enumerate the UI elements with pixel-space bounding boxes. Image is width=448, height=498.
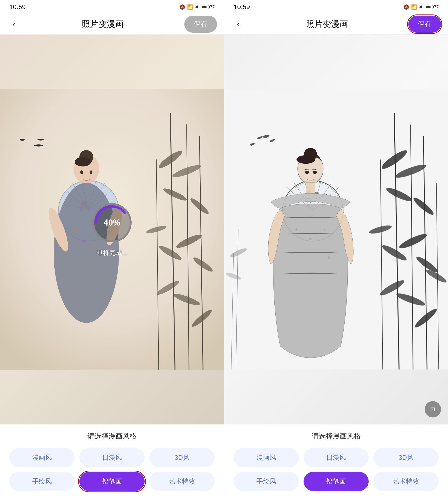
right-mute-icon: 🔕 <box>403 4 409 10</box>
left-nav-bar: ‹ 照片变漫画 保存 <box>0 14 224 34</box>
left-battery-fill <box>202 6 207 8</box>
left-signal-icon: ✖ <box>195 4 199 10</box>
svg-point-82 <box>305 171 309 174</box>
right-battery-fill <box>426 6 431 8</box>
right-battery-box <box>425 5 433 9</box>
left-status-bar: 10:59 🔕 📶 ✖ 77 <box>0 0 224 14</box>
left-battery-box <box>201 5 209 9</box>
svg-point-37 <box>80 170 83 174</box>
right-compare-button[interactable]: ⊡ <box>425 401 441 417</box>
left-style-anime[interactable]: 日漫风 <box>79 448 145 467</box>
svg-point-83 <box>313 171 317 174</box>
left-battery: 77 <box>201 5 215 10</box>
right-painting-background: ⊡ <box>224 34 448 424</box>
left-style-handpaint[interactable]: 手绘风 <box>9 472 75 491</box>
left-progress-text: 40% <box>104 218 120 228</box>
left-progress-circle: 40% <box>91 202 133 244</box>
right-style-grid: 漫画风 日漫风 3D风 手绘风 铅笔画 艺术特效 <box>234 448 439 491</box>
right-style-artfx[interactable]: 艺术特效 <box>373 472 439 491</box>
right-phone-panel: 10:59 🔕 📶 ✖ 77 ‹ 照片变漫画 保存 <box>224 0 448 498</box>
left-style-manga[interactable]: 漫画风 <box>9 448 75 467</box>
right-style-anime[interactable]: 日漫风 <box>304 448 369 467</box>
right-nav-title: 照片变漫画 <box>306 18 348 30</box>
right-save-button[interactable]: 保存 <box>408 16 441 33</box>
svg-point-80 <box>291 252 293 254</box>
right-status-icons: 🔕 📶 ✖ 77 <box>403 4 439 10</box>
right-status-bar: 10:59 🔕 📶 ✖ 77 <box>224 0 448 14</box>
left-mute-icon: 🔕 <box>179 4 185 10</box>
right-style-handpaint[interactable]: 手绘风 <box>234 472 299 491</box>
svg-point-38 <box>90 170 92 174</box>
right-style-title: 请选择漫画风格 <box>234 432 439 441</box>
right-back-button[interactable]: ‹ <box>231 19 245 29</box>
left-style-3d[interactable]: 3D风 <box>149 448 215 467</box>
compare-icon: ⊡ <box>431 406 435 413</box>
right-battery: 77 <box>425 5 439 10</box>
svg-point-77 <box>295 228 298 231</box>
svg-point-75 <box>297 155 315 164</box>
left-save-button[interactable]: 保存 <box>184 16 217 33</box>
left-style-artfx[interactable]: 艺术特效 <box>149 472 215 491</box>
svg-point-81 <box>328 256 330 259</box>
svg-rect-76 <box>306 182 315 193</box>
left-nav-title: 照片变漫画 <box>82 18 124 30</box>
svg-point-29 <box>75 157 91 166</box>
right-art-svg <box>224 34 448 424</box>
left-image-area: 40% 即将完成... <box>0 34 224 424</box>
right-image-area: ⊡ <box>224 34 448 424</box>
svg-point-33 <box>82 240 86 243</box>
left-wifi-icon: 📶 <box>187 4 193 10</box>
left-style-pencil[interactable]: 铅笔画 <box>79 472 145 491</box>
left-status-icons: 🔕 📶 ✖ 77 <box>179 4 215 10</box>
left-style-grid: 漫画风 日漫风 3D风 手绘风 铅笔画 艺术特效 <box>9 448 215 491</box>
left-style-selector: 请选择漫画风格 漫画风 日漫风 3D风 手绘风 铅笔画 艺术特效 <box>0 424 224 498</box>
right-battery-num: 77 <box>434 5 439 10</box>
right-style-3d[interactable]: 3D风 <box>373 448 439 467</box>
right-style-pencil[interactable]: 铅笔画 <box>304 472 369 491</box>
right-nav-bar: ‹ 照片变漫画 保存 <box>224 14 448 34</box>
left-painting-background: 40% 即将完成... <box>0 34 224 424</box>
left-back-button[interactable]: ‹ <box>7 19 21 29</box>
right-status-time: 10:59 <box>234 3 250 11</box>
right-style-manga[interactable]: 漫画风 <box>234 448 299 467</box>
right-style-selector: 请选择漫画风格 漫画风 日漫风 3D风 手绘风 铅笔画 艺术特效 <box>224 424 448 498</box>
left-status-time: 10:59 <box>9 3 26 11</box>
svg-point-79 <box>324 229 325 231</box>
svg-point-78 <box>309 238 312 240</box>
left-progress-status: 即将完成... <box>96 249 128 257</box>
left-battery-num: 77 <box>210 5 215 10</box>
left-style-title: 请选择漫画风格 <box>9 432 215 441</box>
right-wifi-icon: 📶 <box>411 4 417 10</box>
svg-point-32 <box>73 228 77 231</box>
right-signal-icon: ✖ <box>419 4 423 10</box>
left-progress-overlay: 40% 即将完成... <box>91 202 133 257</box>
left-phone-panel: 10:59 🔕 📶 ✖ 77 ‹ 照片变漫画 保存 <box>0 0 224 498</box>
